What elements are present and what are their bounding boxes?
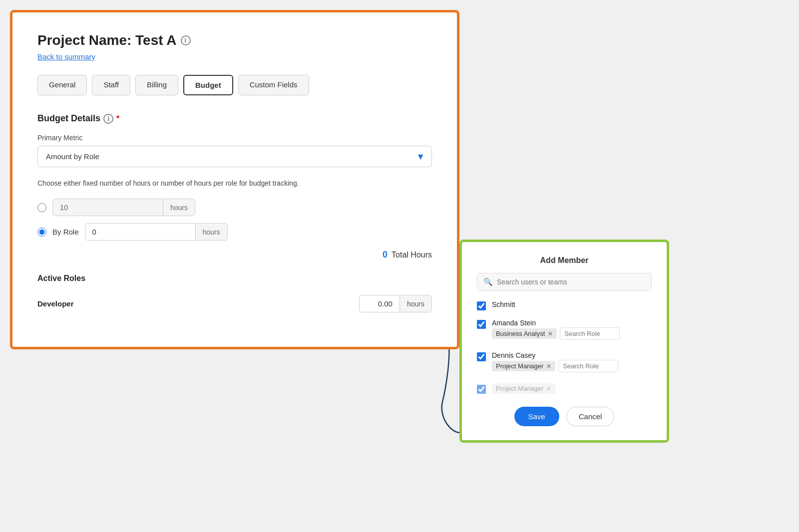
active-roles-title: Active Roles: [37, 274, 432, 283]
total-hours-label: Total Hours: [392, 251, 432, 260]
role-name: Developer: [37, 299, 74, 308]
search-input[interactable]: [497, 278, 645, 286]
fixed-hours-radio[interactable]: [37, 203, 46, 212]
member-name-amanda: Amanda Stein: [492, 319, 536, 327]
member-info-dennis: Dennis Casey Project Manager ✕: [492, 351, 652, 375]
total-hours-value: 0: [383, 250, 388, 260]
primary-metric-label: Primary Metric: [37, 134, 432, 142]
by-role-radio[interactable]: [37, 228, 46, 237]
project-title-text: Project Name: Test A: [37, 32, 177, 48]
fixed-hours-input[interactable]: [53, 199, 163, 216]
member-checkbox-partial[interactable]: [477, 385, 486, 394]
member-checkbox-schmitt[interactable]: [477, 301, 486, 310]
tab-custom-fields[interactable]: Custom Fields: [238, 75, 309, 95]
remove-partial-tag-icon[interactable]: ✕: [546, 385, 551, 392]
member-name-schmitt: Schmitt: [492, 300, 515, 308]
role-hours-unit: hours: [400, 296, 431, 312]
remove-project-manager-icon[interactable]: ✕: [546, 363, 551, 370]
remove-business-analyst-icon[interactable]: ✕: [548, 330, 553, 337]
by-role-row: By Role hours: [37, 223, 432, 241]
member-checkbox-dennis[interactable]: [477, 352, 486, 361]
fixed-hours-row: hours: [37, 199, 432, 216]
role-tag-row-amanda: Business Analyst ✕: [492, 327, 652, 340]
list-item: Amanda Stein Business Analyst ✕: [477, 318, 652, 343]
tab-billing[interactable]: Billing: [135, 75, 178, 95]
by-role-hours-input[interactable]: [85, 224, 195, 240]
list-item: Project Manager ✕: [477, 383, 652, 397]
member-info-schmitt: Schmitt: [492, 300, 652, 309]
table-row: Developer hours: [37, 291, 432, 316]
member-info-amanda: Amanda Stein Business Analyst ✕: [492, 318, 652, 343]
budget-section-title: Budget Details ℹ *: [37, 113, 432, 124]
member-checkbox-amanda[interactable]: [477, 320, 486, 329]
role-tag-row-partial: Project Manager ✕: [492, 383, 652, 394]
add-member-title: Add Member: [477, 256, 652, 265]
tab-general[interactable]: General: [37, 75, 87, 95]
project-title: Project Name: Test A ℹ: [37, 32, 432, 48]
search-role-amanda[interactable]: [560, 327, 620, 340]
by-role-unit: hours: [195, 224, 227, 240]
role-tag-row-dennis: Project Manager ✕: [492, 360, 652, 372]
member-name-dennis: Dennis Casey: [492, 351, 535, 359]
tab-staff[interactable]: Staff: [92, 75, 130, 95]
required-star: *: [116, 114, 119, 123]
main-card: Project Name: Test A ℹ Back to summary G…: [10, 10, 459, 349]
total-hours-row: 0 Total Hours: [37, 250, 432, 260]
primary-metric-select-wrapper: Amount by Role ▼: [37, 146, 432, 167]
list-item: Schmitt: [477, 300, 652, 310]
role-tag-project-manager: Project Manager ✕: [492, 361, 555, 371]
role-tag-business-analyst: Business Analyst ✕: [492, 328, 557, 339]
radio-group: hours By Role hours: [37, 199, 432, 241]
back-link[interactable]: Back to summary: [37, 52, 95, 61]
tabs-container: General Staff Billing Budget Custom Fiel…: [37, 75, 432, 95]
role-hours-input[interactable]: [360, 295, 400, 312]
cancel-button[interactable]: Cancel: [566, 407, 615, 426]
member-info-partial: Project Manager ✕: [492, 383, 652, 397]
search-role-dennis[interactable]: [558, 360, 618, 372]
project-info-icon[interactable]: ℹ: [181, 35, 191, 45]
search-icon: 🔍: [483, 277, 493, 286]
button-row: Save Cancel: [477, 407, 652, 426]
primary-metric-select[interactable]: Amount by Role: [37, 146, 432, 167]
fixed-hours-input-box: hours: [52, 199, 195, 216]
search-box[interactable]: 🔍: [477, 273, 652, 291]
partial-role-tag: Project Manager ✕: [492, 383, 555, 394]
budget-info-icon[interactable]: ℹ: [103, 114, 113, 124]
fixed-hours-unit: hours: [163, 200, 195, 216]
by-role-label: By Role: [52, 228, 79, 236]
budget-description: Choose either fixed number of hours or n…: [37, 178, 432, 189]
by-role-input-box: hours: [85, 223, 228, 241]
save-button[interactable]: Save: [514, 407, 559, 426]
list-item: Dennis Casey Project Manager ✕: [477, 351, 652, 375]
add-member-card: Add Member 🔍 Schmitt Amanda Stein Busine…: [459, 240, 669, 443]
tab-budget[interactable]: Budget: [183, 75, 233, 95]
role-hours-box: hours: [359, 295, 432, 312]
